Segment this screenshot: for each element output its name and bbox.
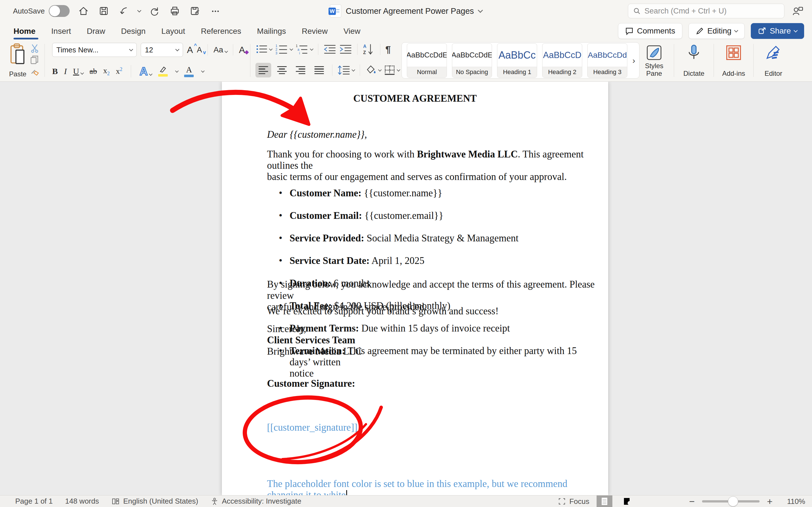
print-icon[interactable] bbox=[168, 4, 181, 17]
bullets-button[interactable] bbox=[255, 44, 272, 55]
copy-icon[interactable] bbox=[30, 55, 40, 65]
style-normal[interactable]: AaBbCcDdE Normal bbox=[407, 43, 447, 78]
save-as-icon[interactable] bbox=[189, 4, 202, 17]
decrease-indent-button[interactable] bbox=[323, 44, 336, 55]
text-effects-button[interactable]: A bbox=[140, 66, 152, 77]
outline-view-button[interactable] bbox=[643, 496, 659, 507]
styles-gallery-more-icon[interactable]: › bbox=[632, 56, 635, 65]
align-center-button[interactable] bbox=[274, 63, 290, 77]
tab-insert[interactable]: Insert bbox=[43, 22, 79, 41]
font-color-bar bbox=[184, 75, 194, 77]
autosave-toggle[interactable] bbox=[49, 5, 70, 17]
undo-dropdown-icon[interactable] bbox=[137, 8, 141, 12]
word-count[interactable]: 148 words bbox=[65, 497, 99, 506]
bold-button[interactable]: B bbox=[52, 66, 58, 76]
home-icon[interactable] bbox=[77, 4, 90, 17]
presence-people-icon[interactable] bbox=[791, 4, 804, 17]
numbering-button[interactable]: 123 bbox=[275, 44, 293, 55]
multilevel-list-button[interactable]: 1ai bbox=[295, 44, 313, 55]
search-icon bbox=[633, 7, 641, 15]
show-paragraph-marks-button[interactable]: ¶ bbox=[386, 44, 391, 55]
tab-view[interactable]: View bbox=[336, 22, 368, 41]
shading-button[interactable] bbox=[365, 64, 381, 76]
sort-button[interactable]: AZ bbox=[363, 43, 375, 55]
undo-icon[interactable] bbox=[117, 4, 131, 17]
tab-draw[interactable]: Draw bbox=[79, 22, 113, 41]
document-canvas[interactable]: CUSTOMER AGREEMENT Dear {{customer.name}… bbox=[0, 82, 812, 495]
style-no-spacing[interactable]: AaBbCcDdE No Spacing bbox=[452, 43, 492, 78]
zoom-level[interactable]: 110% bbox=[780, 497, 805, 506]
format-painter-icon[interactable] bbox=[30, 67, 40, 76]
redo-icon[interactable] bbox=[148, 4, 161, 17]
share-button[interactable]: Share bbox=[751, 23, 804, 39]
font-color-button[interactable]: A bbox=[184, 66, 194, 77]
print-layout-view-button[interactable] bbox=[597, 496, 612, 507]
superscript-button[interactable]: x2 bbox=[116, 66, 122, 76]
editor-button[interactable]: Editor bbox=[759, 42, 788, 78]
zoom-out-button[interactable]: − bbox=[689, 497, 695, 506]
page-indicator[interactable]: Page 1 of 1 bbox=[15, 497, 53, 506]
document-title[interactable]: Customer Agreement Power Pages bbox=[346, 6, 474, 16]
italic-button[interactable]: I bbox=[64, 66, 67, 76]
align-left-button[interactable] bbox=[255, 63, 271, 77]
tab-references[interactable]: References bbox=[193, 22, 249, 41]
style-heading-3[interactable]: AaBbCcDd Heading 3 bbox=[587, 43, 627, 78]
cut-icon[interactable] bbox=[30, 43, 40, 53]
doc-closing: Sincerely,Client Services TeamBrightwave… bbox=[267, 323, 362, 357]
grow-font-button[interactable]: A^ bbox=[187, 45, 193, 54]
change-case-button[interactable]: Aa bbox=[213, 45, 227, 54]
autosave-control[interactable]: AutoSave bbox=[13, 5, 70, 17]
font-size-select[interactable]: 12 bbox=[141, 43, 183, 57]
dictate-label: Dictate bbox=[683, 69, 705, 78]
clear-formatting-button[interactable]: A◆ bbox=[239, 45, 245, 55]
comments-button[interactable]: Comments bbox=[618, 23, 682, 39]
paste-button[interactable]: Paste bbox=[8, 42, 27, 78]
underline-button[interactable]: U bbox=[73, 66, 83, 76]
tab-home[interactable]: Home bbox=[13, 22, 43, 41]
document-page[interactable]: CUSTOMER AGREEMENT Dear {{customer.name}… bbox=[222, 82, 608, 495]
web-layout-view-button[interactable] bbox=[620, 496, 636, 507]
subscript-button[interactable]: x2 bbox=[103, 66, 110, 76]
borders-button[interactable] bbox=[384, 64, 400, 76]
justify-button[interactable] bbox=[311, 63, 327, 77]
increase-indent-button[interactable] bbox=[339, 44, 352, 55]
tab-layout[interactable]: Layout bbox=[153, 22, 193, 41]
add-ins-button[interactable]: Add-ins bbox=[719, 42, 748, 78]
styles-gallery: AaBbCcDdE Normal AaBbCcDdE No Spacing Aa… bbox=[402, 42, 640, 78]
style-heading-2[interactable]: AaBbCcD Heading 2 bbox=[542, 43, 582, 78]
more-options-icon[interactable] bbox=[209, 4, 222, 17]
doc-note: The placeholder font color is set to blu… bbox=[267, 478, 600, 495]
outline-view-icon bbox=[647, 498, 655, 505]
title-dropdown-icon[interactable] bbox=[477, 8, 483, 13]
tab-design[interactable]: Design bbox=[113, 22, 153, 41]
align-right-button[interactable] bbox=[293, 63, 308, 77]
styles-pane-button[interactable]: Styles Pane bbox=[640, 42, 669, 78]
dictate-button[interactable]: Dictate bbox=[679, 42, 709, 78]
font-size-value: 12 bbox=[145, 46, 153, 54]
font-name-select[interactable]: Times New... bbox=[52, 43, 137, 57]
draft-view-button[interactable] bbox=[666, 496, 682, 507]
line-spacing-button[interactable] bbox=[338, 64, 355, 76]
zoom-slider[interactable] bbox=[702, 500, 760, 503]
shrink-font-button[interactable]: Av bbox=[197, 46, 202, 54]
search-input[interactable] bbox=[645, 7, 779, 15]
editing-label: Editing bbox=[707, 26, 732, 36]
accessibility-status[interactable]: Accessibility: Investigate bbox=[211, 497, 301, 506]
autosave-label: AutoSave bbox=[13, 7, 45, 15]
focus-button[interactable]: Focus bbox=[558, 497, 589, 506]
svg-text:Z: Z bbox=[363, 50, 366, 55]
zoom-slider-knob[interactable] bbox=[728, 496, 738, 506]
proofing-status[interactable]: English (United States) bbox=[111, 497, 198, 506]
highlight-color-bar bbox=[158, 74, 168, 76]
highlight-button[interactable] bbox=[158, 66, 168, 76]
paste-clipboard-icon bbox=[8, 43, 27, 65]
zoom-in-button[interactable]: + bbox=[767, 497, 772, 506]
tab-review[interactable]: Review bbox=[294, 22, 336, 41]
style-heading-1[interactable]: AaBbCc Heading 1 bbox=[497, 43, 537, 78]
tab-mailings[interactable]: Mailings bbox=[249, 22, 294, 41]
strikethrough-button[interactable]: ab bbox=[89, 67, 97, 76]
status-bar: Page 1 of 1 148 words English (United St… bbox=[0, 495, 812, 507]
save-icon[interactable] bbox=[97, 4, 110, 17]
editing-mode-button[interactable]: Editing bbox=[689, 23, 745, 39]
search-box[interactable] bbox=[628, 4, 784, 18]
